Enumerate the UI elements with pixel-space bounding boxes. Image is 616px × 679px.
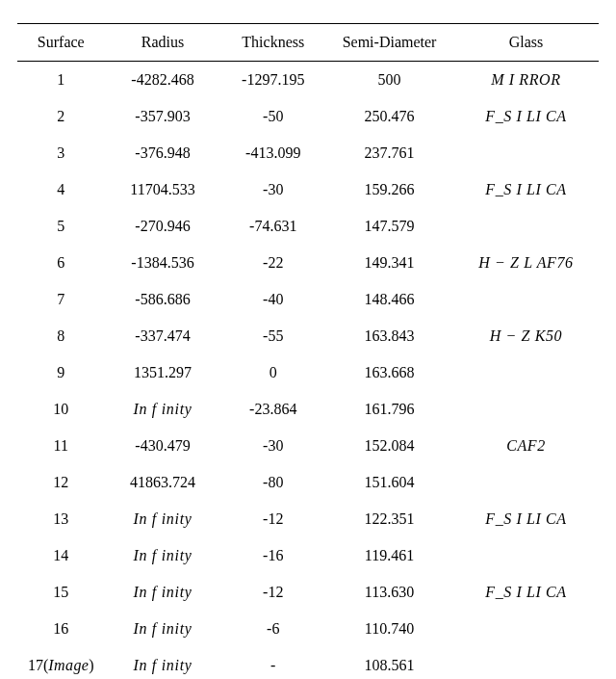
cell-radius: -337.474 xyxy=(105,318,221,354)
cell-glass: F_S I LI CA xyxy=(453,501,599,537)
cell-surface: 8 xyxy=(17,318,105,354)
cell-thickness: -1297.195 xyxy=(220,62,325,99)
cell-radius: -357.903 xyxy=(105,98,221,135)
cell-surface: 13 xyxy=(17,501,105,537)
cell-radius: 41863.724 xyxy=(105,464,221,501)
cell-glass: F_S I LI CA xyxy=(453,574,599,611)
cell-semidiameter: 122.351 xyxy=(325,501,453,537)
cell-surface: 15 xyxy=(17,574,105,611)
cell-glass xyxy=(453,354,599,391)
cell-semidiameter: 148.466 xyxy=(325,281,453,318)
table-row: 411704.533-30159.266F_S I LI CA xyxy=(17,171,599,208)
table-row: 17(Image)In f inity-108.561 xyxy=(17,647,599,679)
cell-glass xyxy=(453,281,599,318)
cell-glass xyxy=(453,391,599,428)
cell-semidiameter: 149.341 xyxy=(325,245,453,281)
cell-glass xyxy=(453,464,599,501)
cell-glass: CAF2 xyxy=(453,428,599,464)
cell-semidiameter: 108.561 xyxy=(325,647,453,679)
cell-glass: H − Z L AF76 xyxy=(453,245,599,281)
cell-semidiameter: 250.476 xyxy=(325,98,453,135)
cell-radius: -4282.468 xyxy=(105,62,221,99)
cell-thickness: -413.099 xyxy=(220,135,325,171)
cell-semidiameter: 113.630 xyxy=(325,574,453,611)
header-surface: Surface xyxy=(17,24,105,62)
header-thickness: Thickness xyxy=(220,24,325,62)
cell-glass: F_S I LI CA xyxy=(453,171,599,208)
table-row: 8-337.474-55163.843H − Z K50 xyxy=(17,318,599,354)
cell-surface: 11 xyxy=(17,428,105,464)
cell-radius: -430.479 xyxy=(105,428,221,464)
table-row: 11-430.479-30152.084CAF2 xyxy=(17,428,599,464)
cell-surface: 2 xyxy=(17,98,105,135)
cell-radius: In f inity xyxy=(105,647,221,679)
cell-thickness: -30 xyxy=(220,428,325,464)
table-header-row: Surface Radius Thickness Semi-Diameter G… xyxy=(17,24,599,62)
cell-thickness: -23.864 xyxy=(220,391,325,428)
table-row: 91351.2970163.668 xyxy=(17,354,599,391)
cell-thickness: -30 xyxy=(220,171,325,208)
header-semidiameter: Semi-Diameter xyxy=(325,24,453,62)
table-row: 5-270.946-74.631147.579 xyxy=(17,208,599,245)
cell-thickness: 0 xyxy=(220,354,325,391)
table-row: 14In f inity-16119.461 xyxy=(17,537,599,574)
cell-radius: In f inity xyxy=(105,574,221,611)
cell-thickness: -55 xyxy=(220,318,325,354)
cell-surface: 12 xyxy=(17,464,105,501)
cell-surface: 17(Image) xyxy=(17,647,105,679)
cell-semidiameter: 152.084 xyxy=(325,428,453,464)
cell-semidiameter: 119.461 xyxy=(325,537,453,574)
cell-surface: 10 xyxy=(17,391,105,428)
header-glass: Glass xyxy=(453,24,599,62)
cell-semidiameter: 151.604 xyxy=(325,464,453,501)
cell-radius: 1351.297 xyxy=(105,354,221,391)
cell-glass: H − Z K50 xyxy=(453,318,599,354)
cell-radius: In f inity xyxy=(105,537,221,574)
optical-design-table: Surface Radius Thickness Semi-Diameter G… xyxy=(17,23,599,679)
table-row: 15In f inity-12113.630F_S I LI CA xyxy=(17,574,599,611)
table-row: 2-357.903-50250.476F_S I LI CA xyxy=(17,98,599,135)
table-row: 13In f inity-12122.351F_S I LI CA xyxy=(17,501,599,537)
cell-radius: 11704.533 xyxy=(105,171,221,208)
cell-radius: -1384.536 xyxy=(105,245,221,281)
cell-glass xyxy=(453,647,599,679)
cell-semidiameter: 500 xyxy=(325,62,453,99)
table-row: 10In f inity-23.864161.796 xyxy=(17,391,599,428)
cell-semidiameter: 110.740 xyxy=(325,611,453,647)
cell-glass xyxy=(453,537,599,574)
cell-semidiameter: 163.668 xyxy=(325,354,453,391)
cell-surface: 1 xyxy=(17,62,105,99)
cell-glass xyxy=(453,611,599,647)
cell-thickness: -12 xyxy=(220,574,325,611)
cell-surface: 3 xyxy=(17,135,105,171)
cell-surface: 16 xyxy=(17,611,105,647)
cell-radius: In f inity xyxy=(105,611,221,647)
table-row: 1-4282.468-1297.195500M I RROR xyxy=(17,62,599,99)
cell-semidiameter: 159.266 xyxy=(325,171,453,208)
cell-thickness: -74.631 xyxy=(220,208,325,245)
cell-thickness: -22 xyxy=(220,245,325,281)
cell-radius: -270.946 xyxy=(105,208,221,245)
cell-glass xyxy=(453,135,599,171)
cell-radius: In f inity xyxy=(105,501,221,537)
table-row: 7-586.686-40148.466 xyxy=(17,281,599,318)
cell-glass: M I RROR xyxy=(453,62,599,99)
table-container: Surface Radius Thickness Semi-Diameter G… xyxy=(0,0,616,679)
cell-surface: 14 xyxy=(17,537,105,574)
cell-surface: 6 xyxy=(17,245,105,281)
cell-thickness: -80 xyxy=(220,464,325,501)
cell-glass: F_S I LI CA xyxy=(453,98,599,135)
cell-semidiameter: 161.796 xyxy=(325,391,453,428)
cell-surface: 5 xyxy=(17,208,105,245)
table-row: 6-1384.536-22149.341H − Z L AF76 xyxy=(17,245,599,281)
cell-semidiameter: 237.761 xyxy=(325,135,453,171)
cell-semidiameter: 163.843 xyxy=(325,318,453,354)
cell-glass xyxy=(453,208,599,245)
cell-thickness: -50 xyxy=(220,98,325,135)
cell-thickness: -12 xyxy=(220,501,325,537)
cell-radius: -376.948 xyxy=(105,135,221,171)
cell-surface: 4 xyxy=(17,171,105,208)
cell-surface: 9 xyxy=(17,354,105,391)
cell-surface: 7 xyxy=(17,281,105,318)
table-row: 16In f inity-6110.740 xyxy=(17,611,599,647)
